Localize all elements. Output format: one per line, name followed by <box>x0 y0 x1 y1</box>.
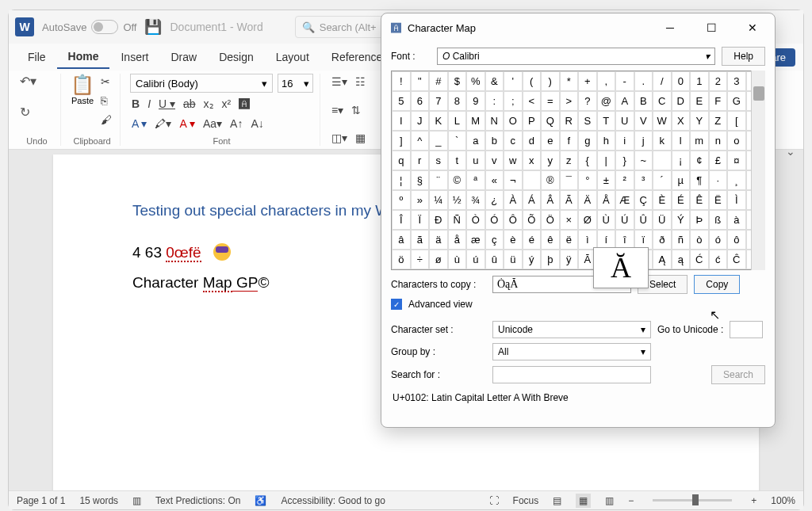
char-cell[interactable]: J <box>411 111 430 131</box>
char-cell[interactable]: E <box>690 91 709 111</box>
char-cell[interactable] <box>523 170 542 190</box>
char-cell[interactable]: ª <box>466 170 485 190</box>
char-cell[interactable]: Õ <box>523 210 542 230</box>
char-cell[interactable]: ¶ <box>690 170 709 190</box>
zoom-in-button[interactable]: + <box>751 495 756 506</box>
char-cell[interactable]: # <box>429 71 448 91</box>
char-cell[interactable]: A <box>615 91 634 111</box>
char-cell[interactable]: e <box>541 131 560 151</box>
char-cell[interactable]: Ô <box>504 210 523 230</box>
char-cell[interactable]: ó <box>709 230 728 250</box>
char-cell[interactable]: ¬ <box>504 170 523 190</box>
char-cell[interactable]: w <box>504 151 523 170</box>
char-cell[interactable]: j <box>634 131 653 151</box>
shading-icon[interactable]: ◫▾ <box>330 130 349 146</box>
char-cell[interactable]: Ï <box>411 210 430 230</box>
char-cell[interactable]: * <box>560 71 579 91</box>
char-cell[interactable]: $ <box>448 71 467 91</box>
bullets-icon[interactable]: ☰▾ <box>330 74 349 90</box>
font-name-select[interactable]: Calibri (Body)▾ <box>130 74 273 93</box>
char-cell[interactable]: ¼ <box>429 190 448 210</box>
char-cell[interactable]: & <box>485 71 504 91</box>
char-cell[interactable]: Ã <box>560 190 579 210</box>
char-cell[interactable]: ñ <box>672 230 691 250</box>
char-cell[interactable]: Ì <box>727 190 746 210</box>
char-cell[interactable]: o <box>727 131 746 151</box>
font-select[interactable]: O Calibri▾ <box>437 48 715 65</box>
highlight-icon[interactable]: 🖍▾ <box>153 116 173 132</box>
paste-icon[interactable]: 📋 <box>71 74 94 96</box>
char-cell[interactable]: B <box>634 91 653 111</box>
char-cell[interactable]: µ <box>672 170 691 190</box>
char-cell[interactable]: ¸ <box>727 170 746 190</box>
char-cell[interactable]: ¦ <box>392 170 411 190</box>
goto-unicode-input[interactable] <box>730 321 763 338</box>
char-cell[interactable]: û <box>485 250 504 269</box>
char-cell[interactable]: D <box>672 91 691 111</box>
character-grid[interactable]: !"#$%&'()*+,-./0123456789:;<=>?@ABCDEFGH… <box>391 71 765 270</box>
char-cell[interactable]: ´ <box>653 170 672 190</box>
char-cell[interactable]: Q <box>541 111 560 131</box>
char-cell[interactable]: ` <box>448 131 467 151</box>
minimize-button[interactable]: ─ <box>657 21 683 34</box>
spellcheck-icon[interactable]: ▥ <box>132 495 141 506</box>
char-cell[interactable]: L <box>448 111 467 131</box>
char-cell[interactable]: § <box>411 170 430 190</box>
zoom-out-button[interactable]: − <box>628 495 634 506</box>
char-cell[interactable]: ~ <box>634 151 653 170</box>
char-cell[interactable]: · <box>709 170 728 190</box>
char-cell[interactable]: { <box>578 151 597 170</box>
char-cell[interactable]: Ð <box>429 210 448 230</box>
char-cell[interactable]: Ĉ <box>727 250 746 269</box>
char-cell[interactable]: Â <box>541 190 560 210</box>
char-cell[interactable]: f <box>560 131 579 151</box>
char-cell[interactable]: Ø <box>578 210 597 230</box>
char-cell[interactable]: ÿ <box>560 250 579 269</box>
align-icon[interactable]: ≡▾ <box>330 102 345 118</box>
char-cell[interactable]: [ <box>727 111 746 131</box>
strike-button[interactable]: ab <box>182 96 197 112</box>
numbering-icon[interactable]: ☷ <box>354 74 367 90</box>
focus-icon[interactable]: ⛶ <box>489 495 499 506</box>
char-cell[interactable]: ú <box>466 250 485 269</box>
status-focus[interactable]: Focus <box>513 495 539 506</box>
char-cell[interactable]: O <box>504 111 523 131</box>
char-cell[interactable]: È <box>653 190 672 210</box>
help-button[interactable]: Help <box>722 47 765 66</box>
ribbon-expand-icon[interactable]: ⌄ <box>786 145 795 158</box>
char-cell[interactable]: × <box>560 210 579 230</box>
menu-home[interactable]: Home <box>57 45 110 69</box>
char-cell[interactable]: 9 <box>466 91 485 111</box>
font-color-icon[interactable]: A ▾ <box>178 116 196 132</box>
cut-icon[interactable]: ✂ <box>99 74 113 90</box>
borders-icon[interactable]: ▦ <box>354 130 367 146</box>
text-effects-icon[interactable]: 🅰 <box>237 96 251 112</box>
char-cell[interactable]: ö <box>392 250 411 269</box>
char-cell[interactable]: Û <box>634 210 653 230</box>
superscript-button[interactable]: x² <box>220 96 233 112</box>
char-cell[interactable]: ã <box>411 230 430 250</box>
char-cell[interactable]: v <box>485 151 504 170</box>
char-cell[interactable]: ê <box>541 230 560 250</box>
char-cell[interactable]: V <box>634 111 653 131</box>
char-cell[interactable]: ¨ <box>429 170 448 190</box>
char-cell[interactable]: Ó <box>485 210 504 230</box>
underline-button[interactable]: U ▾ <box>157 96 177 112</box>
char-cell[interactable]: 1 <box>690 71 709 91</box>
char-cell[interactable]: þ <box>541 250 560 269</box>
char-cell[interactable]: : <box>485 91 504 111</box>
groupby-select[interactable]: All▾ <box>492 343 651 360</box>
char-cell[interactable]: Þ <box>690 210 709 230</box>
char-cell[interactable]: Ü <box>653 210 672 230</box>
char-cell[interactable]: ± <box>597 170 616 190</box>
autosave[interactable]: AutoSave Off <box>42 20 136 34</box>
char-cell[interactable]: s <box>429 151 448 170</box>
char-cell[interactable]: ¯ <box>560 170 579 190</box>
char-cell[interactable]: i <box>615 131 634 151</box>
char-cell[interactable]: Î <box>392 210 411 230</box>
char-cell[interactable]: â <box>392 230 411 250</box>
zoom-slider[interactable] <box>653 499 732 501</box>
line-spacing-icon[interactable]: ⇅ <box>350 102 362 118</box>
char-cell[interactable]: R <box>560 111 579 131</box>
char-cell[interactable] <box>653 151 672 170</box>
